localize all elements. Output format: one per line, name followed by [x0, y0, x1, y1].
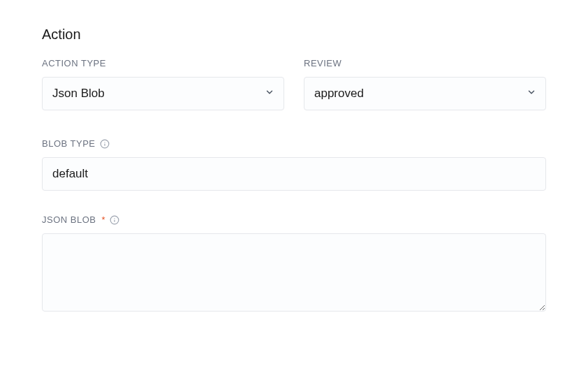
blob-type-label: BLOB TYPE — [42, 138, 546, 149]
review-select[interactable]: approved — [304, 77, 546, 110]
review-label: REVIEW — [304, 58, 546, 68]
action-type-field: ACTION TYPE Json Blob — [42, 58, 284, 110]
info-icon[interactable] — [100, 139, 110, 149]
review-select-wrap: approved — [304, 77, 546, 110]
json-blob-label-text: JSON BLOB — [42, 214, 96, 225]
info-icon[interactable] — [110, 215, 119, 225]
blob-type-input[interactable] — [42, 157, 546, 191]
top-row: ACTION TYPE Json Blob REVIEW approved — [42, 58, 546, 110]
json-blob-textarea[interactable] — [42, 233, 546, 312]
section-title: Action — [42, 27, 546, 43]
blob-type-label-text: BLOB TYPE — [42, 138, 96, 149]
json-blob-field: JSON BLOB * — [42, 214, 546, 312]
action-type-select-wrap: Json Blob — [42, 77, 284, 110]
required-marker: * — [101, 214, 105, 225]
review-field: REVIEW approved — [304, 58, 546, 110]
action-type-label: ACTION TYPE — [42, 58, 284, 68]
json-blob-label: JSON BLOB * — [42, 214, 546, 225]
blob-type-field: BLOB TYPE — [42, 138, 546, 191]
action-type-select[interactable]: Json Blob — [42, 77, 284, 110]
